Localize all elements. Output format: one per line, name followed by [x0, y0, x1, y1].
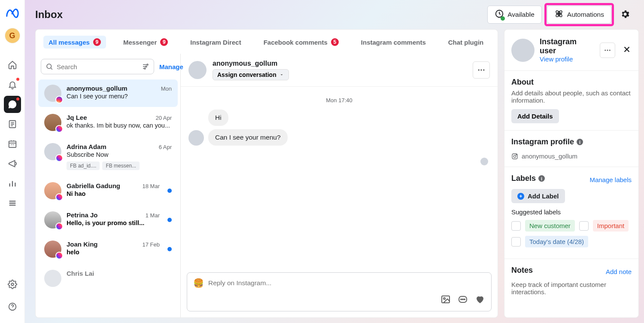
message-avatar — [188, 130, 204, 146]
unread-dot — [167, 189, 172, 193]
conversation-item[interactable]: Chris Lai — [38, 265, 178, 292]
conv-time: 17 Feb — [143, 241, 160, 248]
svg-rect-1 — [9, 141, 16, 148]
svg-point-22 — [607, 49, 608, 51]
tab-label: Messenger — [123, 39, 157, 46]
conv-name: Adrina Adam — [67, 143, 106, 150]
info-icon[interactable]: i — [577, 139, 583, 145]
conv-preview: helo — [67, 249, 160, 256]
conv-time: 18 Mar — [143, 183, 160, 189]
svg-point-8 — [47, 64, 52, 69]
manage-link[interactable]: Manage — [159, 63, 183, 70]
thread-more-button[interactable] — [473, 61, 490, 79]
svg-point-14 — [483, 69, 484, 70]
org-avatar[interactable]: G — [5, 28, 20, 43]
inbox-tabs: All messages 9 Messenger 9 Instagram Dir… — [36, 30, 498, 54]
nav-settings[interactable] — [4, 276, 21, 293]
avatar — [44, 241, 61, 258]
avatar — [44, 270, 61, 287]
thread-avatar — [188, 61, 207, 79]
conversation-item[interactable]: Gabriella Gadung18 Mar Ni hao — [38, 177, 178, 204]
assign-conversation-button[interactable]: Assign conversation — [213, 69, 289, 80]
add-label-button[interactable]: + Add Label — [511, 189, 565, 203]
label-checkbox[interactable] — [511, 221, 521, 231]
svg-point-11 — [144, 68, 146, 69]
label-checkbox[interactable] — [511, 237, 521, 247]
conv-time: Mon — [161, 85, 172, 92]
available-label: Available — [507, 11, 535, 18]
filter-icon[interactable] — [142, 63, 149, 70]
reply-input[interactable] — [208, 279, 485, 287]
search-input[interactable] — [57, 63, 138, 70]
messenger-icon — [55, 154, 63, 162]
conv-preview: ok thanks. Im bit busy now, can you... — [67, 122, 172, 129]
tab-all-messages[interactable]: All messages 9 — [43, 36, 106, 49]
svg-point-21 — [605, 49, 606, 51]
label-new-customer[interactable]: New customer — [525, 220, 575, 232]
label-important[interactable]: Important — [593, 220, 629, 232]
image-icon[interactable] — [440, 294, 451, 306]
label-checkbox[interactable] — [579, 221, 589, 231]
nav-menu[interactable] — [4, 195, 21, 212]
saved-reply-icon[interactable] — [458, 294, 468, 306]
suggested-heading: Suggested labels — [511, 208, 632, 216]
reply-box[interactable]: 🍔 — [187, 272, 492, 311]
close-icon[interactable] — [622, 45, 632, 55]
add-details-button[interactable]: Add Details — [511, 109, 559, 123]
add-note-link[interactable]: Add note — [606, 268, 632, 275]
svg-point-20 — [464, 299, 465, 300]
chevron-down-icon — [279, 72, 284, 77]
tab-label: Facebook comments — [264, 39, 328, 46]
conversation-item[interactable]: Jq Lee20 Apr ok thanks. Im bit busy now,… — [38, 109, 178, 136]
notes-heading: Notes — [511, 266, 533, 275]
available-button[interactable]: Available — [487, 6, 542, 24]
conv-preview: Can I see your menu? — [67, 93, 172, 100]
svg-point-5 — [558, 13, 560, 15]
automations-button[interactable]: Automations — [547, 6, 611, 24]
conv-tag: FB messen... — [102, 162, 140, 170]
presence-dot — [501, 16, 505, 21]
nav-calendar[interactable] — [4, 135, 21, 152]
tab-instagram-direct[interactable]: Instagram Direct — [185, 36, 246, 49]
svg-point-13 — [480, 69, 482, 70]
conversation-item[interactable]: Adrina Adam6 Apr Subscribe Now FB ad_id.… — [38, 138, 178, 175]
conv-name: Joan King — [67, 241, 98, 248]
messenger-icon — [55, 125, 63, 133]
settings-icon[interactable] — [617, 6, 634, 24]
ig-receipt-icon — [480, 158, 488, 165]
tab-label: Chat plugin — [448, 39, 484, 46]
nav-posts[interactable] — [4, 116, 21, 133]
conv-time: 1 Mar — [146, 212, 160, 219]
search-box[interactable] — [41, 59, 154, 74]
avatar — [44, 85, 61, 102]
nav-help[interactable] — [4, 298, 21, 315]
tab-chat-plugin[interactable]: Chat plugin — [443, 36, 489, 49]
meta-logo[interactable] — [5, 6, 20, 22]
messenger-icon — [55, 252, 63, 259]
info-icon[interactable]: i — [538, 175, 545, 182]
heart-icon[interactable] — [475, 294, 485, 306]
conversation-item[interactable]: anonymous_gollumMon Can I see your menu? — [38, 79, 178, 107]
nav-ads[interactable] — [4, 155, 21, 172]
conversation-item[interactable]: Petrina Jo1 Mar Hello, is your promo sti… — [38, 206, 178, 234]
instagram-icon — [511, 153, 518, 160]
nav-notifications[interactable] — [4, 76, 21, 93]
ig-profile-heading: Instagram profile — [511, 137, 574, 146]
message-bubble: Hi — [208, 110, 228, 126]
automations-label: Automations — [567, 11, 604, 18]
label-today[interactable]: Today's date (4/28) — [525, 236, 588, 247]
conv-preview: Subscribe Now — [67, 151, 172, 158]
nav-home[interactable] — [4, 56, 21, 73]
tab-instagram-comments[interactable]: Instagram comments — [356, 36, 431, 49]
conversation-item[interactable]: Joan King17 Feb helo — [38, 235, 178, 263]
svg-point-23 — [609, 49, 611, 51]
manage-labels-link[interactable]: Manage labels — [589, 176, 632, 183]
tab-messenger[interactable]: Messenger 9 — [118, 36, 173, 49]
profile-more-button[interactable] — [600, 43, 615, 58]
nav-inbox[interactable] — [4, 96, 21, 113]
nav-insights[interactable] — [4, 175, 21, 192]
tab-facebook-comments[interactable]: Facebook comments 5 — [258, 36, 344, 49]
view-profile-link[interactable]: View profile — [540, 55, 595, 63]
svg-point-2 — [11, 283, 14, 286]
profile-title: Instagram user — [540, 37, 595, 55]
